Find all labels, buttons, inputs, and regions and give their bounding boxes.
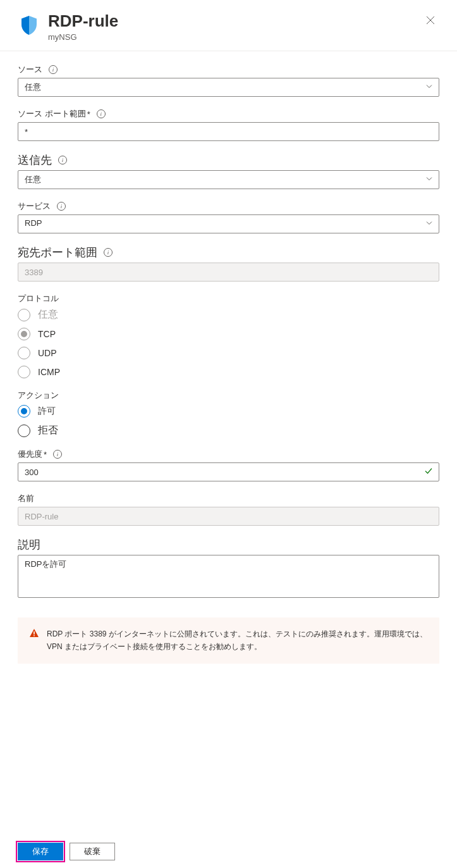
warning-banner: RDP ポート 3389 がインターネットに公開されています。これは、テストにの… [18, 617, 439, 664]
radio-action-deny[interactable]: 拒否 [18, 424, 439, 437]
field-source-port: ソース ポート範囲 * i [18, 108, 439, 141]
required-mark: * [44, 450, 47, 459]
field-name: 名前 [18, 493, 439, 526]
page-title: RDP-rule [48, 11, 422, 31]
field-dest-port: 宛先ポート範囲 i [18, 245, 439, 282]
radio-icon [18, 309, 30, 321]
warning-text: RDP ポート 3389 がインターネットに公開されています。これは、テストにの… [47, 628, 428, 654]
label-protocol: プロトコル [18, 293, 59, 304]
radio-protocol-tcp: TCP [18, 328, 439, 340]
info-icon[interactable]: i [58, 156, 67, 164]
label-action: アクション [18, 390, 59, 401]
select-source[interactable]: 任意 [18, 78, 439, 97]
field-action: アクション 許可 拒否 [18, 390, 439, 437]
label-source: ソース [18, 64, 42, 75]
info-icon[interactable]: i [104, 248, 113, 257]
label-description: 説明 [18, 537, 40, 552]
field-priority: 優先度 * i [18, 449, 439, 481]
radio-icon [18, 366, 30, 378]
radio-label: ICMP [38, 367, 60, 377]
header-divider [0, 51, 457, 51]
radio-label: 拒否 [38, 424, 58, 437]
radio-label: TCP [38, 329, 56, 339]
radio-icon [18, 405, 30, 418]
radio-icon [18, 425, 30, 437]
field-protocol: プロトコル 任意 TCP UDP ICMP [18, 293, 439, 378]
radio-action-allow[interactable]: 許可 [18, 405, 439, 418]
radio-label: 任意 [38, 308, 58, 321]
radio-label: UDP [38, 348, 57, 358]
field-description: 説明 [18, 537, 439, 600]
check-icon [424, 467, 433, 478]
label-dest-port: 宛先ポート範囲 [18, 245, 97, 260]
page-subtitle: myNSG [48, 32, 422, 42]
select-service[interactable]: RDP [18, 214, 439, 233]
save-button[interactable]: 保存 [18, 843, 63, 860]
input-name [18, 507, 439, 526]
select-destination[interactable]: 任意 [18, 170, 439, 189]
label-service: サービス [18, 201, 51, 212]
rule-form: ソース i 任意 ソース ポート範囲 * i 送信先 i 任意 サービス i [0, 64, 457, 600]
radio-protocol-any: 任意 [18, 308, 439, 321]
input-dest-port [18, 263, 439, 282]
radio-icon [18, 328, 30, 340]
info-icon[interactable]: i [97, 109, 106, 118]
field-source: ソース i 任意 [18, 64, 439, 97]
label-name: 名前 [18, 493, 34, 504]
label-priority: 優先度 [18, 449, 42, 460]
discard-button[interactable]: 破棄 [70, 843, 115, 860]
info-icon[interactable]: i [49, 65, 58, 74]
radio-icon [18, 347, 30, 359]
info-icon[interactable]: i [53, 450, 62, 459]
required-mark: * [87, 109, 90, 119]
field-destination: 送信先 i 任意 [18, 152, 439, 189]
textarea-description[interactable] [18, 555, 439, 598]
input-source-port[interactable] [18, 122, 439, 141]
input-priority[interactable] [18, 462, 439, 481]
close-button[interactable] [422, 11, 439, 32]
info-icon[interactable]: i [57, 202, 66, 211]
radio-protocol-icmp: ICMP [18, 366, 439, 378]
warning-icon [29, 628, 39, 640]
radio-protocol-udp: UDP [18, 347, 439, 359]
footer-actions: 保存 破棄 [18, 843, 115, 860]
shield-icon [18, 14, 40, 37]
panel-header: RDP-rule myNSG [0, 0, 457, 51]
label-source-port: ソース ポート範囲 [18, 108, 86, 120]
radio-label: 許可 [38, 406, 56, 417]
svg-rect-0 [34, 631, 35, 635]
svg-rect-1 [34, 635, 35, 636]
field-service: サービス i RDP [18, 201, 439, 233]
label-destination: 送信先 [18, 152, 52, 168]
close-icon [425, 15, 436, 25]
